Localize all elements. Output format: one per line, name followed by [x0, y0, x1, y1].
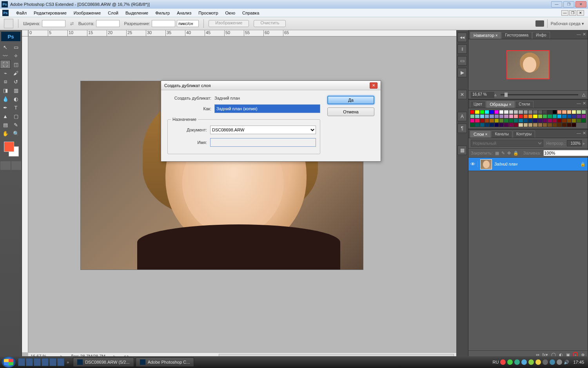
swatch[interactable]: [523, 123, 528, 127]
brush-tool[interactable]: 🖌: [11, 69, 21, 77]
swatch[interactable]: [562, 123, 566, 127]
slice-tool[interactable]: ◫: [11, 60, 21, 69]
color-picker[interactable]: [0, 140, 22, 158]
crop-tool[interactable]: ⛶: [0, 60, 11, 69]
tab-paths[interactable]: Контуры: [513, 131, 535, 138]
panel-close-icon[interactable]: ✕: [583, 32, 586, 37]
swatch[interactable]: [514, 118, 518, 123]
swatch[interactable]: [533, 110, 537, 114]
heal-tool[interactable]: ⌁: [0, 69, 11, 77]
quick-launch-item[interactable]: [34, 358, 41, 366]
swatch[interactable]: [470, 114, 475, 118]
panel-minimize-icon[interactable]: —: [577, 101, 581, 106]
quick-launch-item[interactable]: [18, 358, 25, 366]
lasso-tool[interactable]: 〰: [0, 51, 11, 60]
dialog-close-button[interactable]: ✕: [370, 82, 377, 89]
panel-icon-brushes[interactable]: ⦀: [457, 44, 467, 54]
swatch[interactable]: [552, 110, 557, 114]
swatch[interactable]: [494, 110, 499, 114]
gradient-tool[interactable]: ▥: [11, 86, 21, 95]
marquee-tool[interactable]: ▭: [11, 43, 21, 51]
swatch[interactable]: [567, 110, 572, 114]
height-input[interactable]: [96, 20, 120, 27]
swatch[interactable]: [581, 110, 586, 114]
swatch[interactable]: [576, 110, 581, 114]
lock-brush-icon[interactable]: ✎: [501, 150, 505, 156]
swatch[interactable]: [499, 123, 504, 127]
tab-swatches[interactable]: Образцы ×: [486, 101, 515, 108]
tray-icon[interactable]: [535, 359, 541, 365]
eyedropper-tool[interactable]: ✎: [11, 120, 21, 129]
swatch[interactable]: [475, 114, 479, 118]
swatch[interactable]: [470, 123, 475, 127]
quick-launch-item[interactable]: [42, 358, 49, 366]
path-select-tool[interactable]: ▲: [0, 112, 11, 120]
swatch[interactable]: [475, 110, 479, 114]
swatch[interactable]: [489, 123, 494, 127]
swatch[interactable]: [552, 114, 557, 118]
swatch[interactable]: [543, 118, 547, 123]
zoom-out-icon[interactable]: ▵: [494, 92, 497, 97]
swatch[interactable]: [489, 114, 494, 118]
start-button[interactable]: [2, 357, 16, 368]
swatch[interactable]: [523, 118, 528, 123]
swatch[interactable]: [567, 123, 572, 127]
swatch[interactable]: [547, 118, 552, 123]
tray-icon[interactable]: [514, 359, 520, 365]
as-input[interactable]: [214, 104, 320, 113]
cancel-button[interactable]: Отмена: [327, 107, 374, 116]
resolution-input[interactable]: [152, 20, 175, 27]
swatch[interactable]: [572, 110, 576, 114]
width-input[interactable]: [42, 20, 65, 27]
zoom-slider[interactable]: [501, 94, 578, 95]
type-tool[interactable]: T: [11, 103, 21, 112]
bridge-icon[interactable]: [535, 20, 544, 27]
tray-icon[interactable]: [543, 359, 548, 365]
panel-icon-clone[interactable]: ▶: [457, 68, 467, 77]
swatch[interactable]: [480, 114, 485, 118]
swatch[interactable]: [538, 110, 543, 114]
menu-file[interactable]: Файл: [13, 11, 30, 15]
swatch[interactable]: [562, 118, 566, 123]
panel-icon-1[interactable]: ◂◂: [457, 33, 467, 42]
swatch[interactable]: [518, 123, 523, 127]
swatch[interactable]: [538, 123, 543, 127]
ruler-vertical[interactable]: [22, 36, 28, 352]
swatch[interactable]: [514, 110, 518, 114]
panel-close-icon[interactable]: ✕: [583, 131, 586, 136]
menu-select[interactable]: Выделение: [122, 11, 152, 15]
quick-launch-chevron[interactable]: »: [64, 360, 71, 364]
swatch[interactable]: [499, 118, 504, 123]
blur-tool[interactable]: 💧: [0, 95, 11, 103]
swatch[interactable]: [518, 110, 523, 114]
swatch[interactable]: [572, 123, 576, 127]
tray-icon[interactable]: [557, 359, 562, 365]
swatch[interactable]: [552, 123, 557, 127]
swatch[interactable]: [514, 114, 518, 118]
zoom-in-icon[interactable]: △: [582, 92, 585, 97]
tab-styles[interactable]: Стили: [515, 101, 534, 108]
panel-icon-paragraph[interactable]: ¶: [457, 124, 467, 133]
swatch[interactable]: [489, 118, 494, 123]
panel-minimize-icon[interactable]: —: [577, 32, 581, 37]
quickmask-mask[interactable]: [11, 161, 22, 170]
history-brush-tool[interactable]: ↺: [11, 77, 21, 86]
swatch[interactable]: [509, 123, 514, 127]
swatch[interactable]: [499, 110, 504, 114]
navigator-thumbnail[interactable]: [506, 50, 550, 79]
pen-tool[interactable]: ✒: [0, 103, 11, 112]
menu-image[interactable]: Изображение: [70, 11, 104, 15]
menu-help[interactable]: Справка: [239, 11, 263, 15]
swatch[interactable]: [543, 114, 547, 118]
lock-move-icon[interactable]: ✥: [507, 150, 511, 156]
swatch[interactable]: [557, 118, 562, 123]
tray-icon[interactable]: [507, 359, 513, 365]
swatch[interactable]: [523, 110, 528, 114]
layer-thumbnail[interactable]: [480, 159, 492, 169]
layer-name[interactable]: Задний план: [494, 162, 578, 166]
swatch[interactable]: [533, 123, 537, 127]
doc-close-button[interactable]: ✕: [577, 10, 584, 16]
doc-minimize-button[interactable]: —: [561, 10, 568, 16]
swatch[interactable]: [552, 118, 557, 123]
hand-tool[interactable]: ✋: [0, 129, 11, 138]
